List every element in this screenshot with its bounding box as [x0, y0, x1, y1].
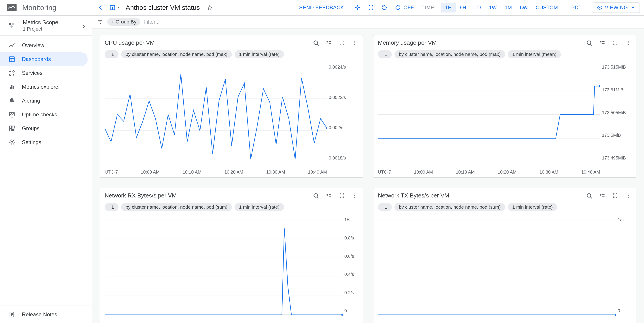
- sidebar-footer: Release Notes: [0, 306, 92, 323]
- svg-rect-17: [10, 87, 11, 89]
- sidebar-item-settings[interactable]: Settings: [0, 135, 88, 149]
- axis-label: 10:40 AM: [308, 170, 327, 175]
- monitor-icon: [8, 111, 15, 118]
- aggregation-chip[interactable]: by cluster name, location, node name, po…: [394, 203, 505, 211]
- zoom-button[interactable]: [586, 39, 592, 46]
- reset-zoom-button[interactable]: [380, 3, 389, 12]
- group-by-chip[interactable]: + Group By: [107, 18, 140, 26]
- fullscreen-button[interactable]: [338, 39, 345, 46]
- legend-button[interactable]: [326, 192, 332, 199]
- viewing-mode-button[interactable]: VIEWING: [593, 2, 640, 13]
- groups-icon: [8, 125, 15, 132]
- sidebar-item-groups[interactable]: Groups: [0, 121, 88, 135]
- aggregation-chip[interactable]: by cluster name, location, node name, po…: [121, 50, 232, 58]
- aggregation-chip[interactable]: by cluster name, location, node name, po…: [121, 203, 232, 211]
- zoom-button[interactable]: [312, 192, 319, 199]
- caret-down-icon: [630, 5, 636, 10]
- fullscreen-button[interactable]: [366, 3, 376, 12]
- main: Anthos cluster VM status SEND FEEDBACK O…: [92, 0, 644, 323]
- back-button[interactable]: [96, 3, 106, 12]
- filter-icon[interactable]: [96, 18, 104, 26]
- more-button[interactable]: [352, 39, 358, 46]
- axis-label: 0.0024/s: [329, 64, 358, 70]
- monitoring-logo-icon: [7, 4, 16, 11]
- dashboard-title: Anthos cluster VM status: [126, 4, 200, 11]
- time-range-6h[interactable]: 6H: [456, 3, 470, 12]
- workspace: CPU usage per VM 1 by cluster name, loca…: [92, 28, 644, 323]
- interval-chip[interactable]: 1 min interval (rate): [508, 203, 557, 211]
- interval-chip[interactable]: 1 min interval (mean): [508, 50, 561, 58]
- fullscreen-button[interactable]: [612, 192, 618, 199]
- axis-label: 0.0022/s: [329, 95, 358, 100]
- fullscreen-button[interactable]: [612, 39, 618, 46]
- filter-count-chip[interactable]: 1: [378, 203, 392, 211]
- viewing-label: VIEWING: [605, 5, 628, 11]
- axis-label: 173.505MiB: [602, 110, 632, 115]
- timezone-button[interactable]: PDT: [567, 3, 586, 12]
- time-range-1h[interactable]: 1H: [441, 3, 456, 12]
- metrics-scope-selector[interactable]: Metrics Scope 1 Project: [0, 16, 92, 36]
- card-title: Memory usage per VM: [378, 39, 437, 46]
- legend-button[interactable]: [599, 39, 606, 46]
- time-range-6w[interactable]: 6W: [516, 3, 532, 12]
- axis-label: 10:20 AM: [224, 170, 243, 175]
- settings-button[interactable]: [353, 3, 362, 12]
- auto-refresh-state: OFF: [404, 5, 414, 11]
- more-button[interactable]: [625, 39, 632, 46]
- axis-label: 10:40 AM: [581, 170, 600, 175]
- zoom-button[interactable]: [586, 192, 592, 199]
- axis-label: 0: [344, 308, 358, 314]
- card-title: CPU usage per VM: [105, 39, 155, 46]
- sidebar-item-dashboards[interactable]: Dashboards: [0, 52, 88, 66]
- axis-label: 10:10 AM: [456, 170, 475, 175]
- sidebar-item-label: Groups: [22, 125, 40, 132]
- dashboard-picker[interactable]: [110, 5, 121, 10]
- caret-down-icon: [117, 5, 121, 9]
- sidebar-item-release-notes[interactable]: Release Notes: [0, 306, 88, 323]
- interval-chip[interactable]: 1 min interval (rate): [234, 203, 284, 211]
- sidebar-item-overview[interactable]: Overview: [0, 38, 88, 52]
- filter-count-chip[interactable]: 1: [105, 50, 118, 58]
- axis-label: 0.4/s: [344, 272, 358, 277]
- sidebar-item-alerting[interactable]: Alerting: [0, 94, 88, 108]
- card-cpu-usage: CPU usage per VM 1 by cluster name, loca…: [100, 35, 363, 178]
- sidebar-item-uptime[interactable]: Uptime checks: [0, 108, 88, 121]
- filter-input[interactable]: [144, 19, 640, 25]
- app-title: Monitoring: [22, 3, 56, 12]
- time-range-custom[interactable]: CUSTOM: [532, 3, 562, 12]
- card-network-tx: Network TX Bytes/s per VM 1 by cluster n…: [373, 188, 636, 323]
- memory-chart: 173.515MiB173.51MiB173.505MiB173.5MiB173…: [378, 64, 632, 170]
- legend-button[interactable]: [599, 192, 606, 199]
- svg-rect-22: [10, 126, 12, 128]
- gear-icon: [8, 139, 15, 146]
- axis-label: 173.51MiB: [602, 87, 632, 92]
- interval-chip[interactable]: 1 min interval (rate): [234, 50, 284, 58]
- sidebar-item-services[interactable]: Services: [0, 66, 88, 80]
- svg-rect-24: [10, 129, 12, 131]
- axis-label: UTC-7: [378, 170, 391, 175]
- axis-label: 173.515MiB: [602, 64, 632, 70]
- time-range-1d[interactable]: 1D: [470, 3, 485, 12]
- send-feedback-button[interactable]: SEND FEEDBACK: [299, 5, 344, 11]
- filter-count-chip[interactable]: 1: [105, 203, 118, 211]
- time-range-1m[interactable]: 1M: [501, 3, 516, 12]
- auto-refresh-toggle[interactable]: OFF: [393, 3, 418, 12]
- filter-count-chip[interactable]: 1: [378, 50, 392, 58]
- card-title: Network RX Bytes/s per VM: [105, 192, 177, 199]
- services-icon: [8, 70, 15, 76]
- fullscreen-button[interactable]: [338, 192, 345, 199]
- scope-name: Metrics Scope: [23, 19, 86, 26]
- svg-point-16: [13, 74, 14, 76]
- star-button[interactable]: [205, 3, 215, 12]
- more-button[interactable]: [352, 192, 358, 199]
- zoom-button[interactable]: [312, 39, 319, 46]
- more-button[interactable]: [625, 192, 632, 199]
- time-range-1w[interactable]: 1W: [485, 3, 501, 12]
- cpu-chart: 0.0024/s0.0022/s0.002/s0.0018/s: [105, 64, 358, 170]
- sidebar: Monitoring Metrics Scope 1 Project Overv…: [0, 0, 92, 323]
- sidebar-item-metrics-explorer[interactable]: Metrics explorer: [0, 80, 88, 94]
- aggregation-chip[interactable]: by cluster name, location, node name, po…: [394, 50, 505, 58]
- legend-button[interactable]: [326, 39, 332, 46]
- svg-point-15: [10, 74, 11, 76]
- axis-label: 0.002/s: [329, 125, 358, 130]
